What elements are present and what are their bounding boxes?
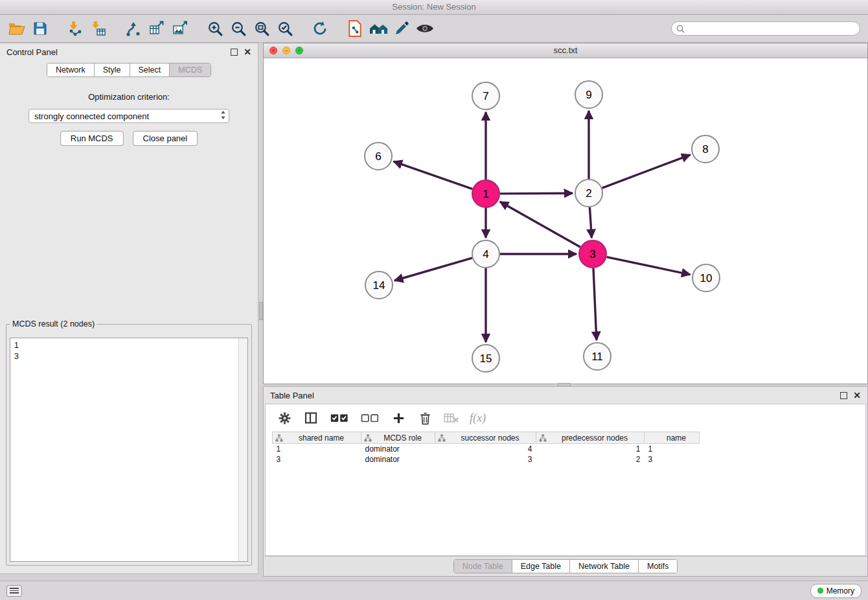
deselect-all-columns-icon[interactable] <box>360 410 380 426</box>
create-column-plus-icon[interactable] <box>390 410 407 426</box>
tab-edge-table[interactable]: Edge Table <box>512 560 570 573</box>
export-image-icon[interactable] <box>168 17 192 40</box>
search-box[interactable] <box>671 21 860 36</box>
network-edge-2-8[interactable] <box>602 155 691 188</box>
result-scrollbar[interactable] <box>238 338 247 561</box>
tab-motifs[interactable]: Motifs <box>639 560 677 573</box>
network-edge-1-6[interactable] <box>394 161 473 189</box>
close-panel-icon[interactable]: ✕ <box>244 47 251 56</box>
show-column-panel-icon[interactable] <box>303 410 319 426</box>
table-row[interactable]: 1 dominator 4 1 1 <box>273 444 860 455</box>
zoom-in-icon[interactable] <box>203 17 227 40</box>
cell-mcds-role[interactable]: dominator <box>361 444 435 455</box>
close-window-icon[interactable]: × <box>269 47 277 54</box>
table-panel-header: Table Panel ✕ <box>264 387 867 404</box>
import-table-icon[interactable] <box>87 17 110 40</box>
close-panel-icon[interactable]: ✕ <box>853 391 861 400</box>
mcds-result-list[interactable]: 1 3 <box>10 338 238 561</box>
panel-splitter-horizontal[interactable] <box>263 384 868 386</box>
tab-network-table[interactable]: Network Table <box>570 560 639 573</box>
save-session-icon[interactable] <box>29 17 52 40</box>
main-area: Control Panel ✕ Network Style Select MCD… <box>0 43 868 581</box>
network-edge-3-11[interactable] <box>593 268 597 340</box>
close-panel-button[interactable]: Close panel <box>133 131 198 146</box>
open-session-icon[interactable] <box>5 17 29 40</box>
network-edge-1-2[interactable] <box>500 193 573 194</box>
network-node-label: 10 <box>700 272 713 284</box>
tab-style[interactable]: Style <box>95 63 130 76</box>
zoom-fit-icon[interactable] <box>250 17 273 40</box>
cell-shared-name[interactable]: 3 <box>273 454 361 465</box>
panel-splitter-vertical[interactable] <box>258 43 263 574</box>
network-node-4[interactable]: 4 <box>472 240 499 268</box>
network-node-3[interactable]: 3 <box>579 240 606 268</box>
search-input[interactable] <box>688 23 855 34</box>
criterion-dropdown[interactable]: strongly connected component <box>29 109 229 123</box>
select-all-columns-icon[interactable] <box>329 410 350 426</box>
network-node-1[interactable]: 1 <box>472 180 499 207</box>
application-window: Session: New Session <box>0 0 868 600</box>
dropdown-stepper-icon <box>220 110 226 122</box>
import-network-icon[interactable] <box>63 17 87 40</box>
network-canvas[interactable]: 7968124314101511 <box>264 58 867 384</box>
network-window-title: scc.txt <box>554 45 578 55</box>
float-panel-icon[interactable] <box>840 392 847 399</box>
eye-icon[interactable] <box>413 17 437 40</box>
network-node-6[interactable]: 6 <box>365 143 392 170</box>
column-header-mcds-role[interactable]: MCDS role <box>361 432 435 444</box>
network-node-7[interactable]: 7 <box>472 82 499 110</box>
network-node-14[interactable]: 14 <box>365 271 393 299</box>
refresh-icon[interactable] <box>308 17 332 40</box>
column-header-predecessor-nodes[interactable]: predecessor nodes <box>536 432 645 444</box>
table-settings-gear-icon[interactable] <box>276 410 293 426</box>
network-edge-2-3[interactable] <box>589 207 591 238</box>
zoom-selected-icon[interactable] <box>273 17 297 40</box>
memory-label: Memory <box>827 586 854 595</box>
column-type-icon <box>364 434 372 444</box>
optimization-criterion-label: Optimization criterion: <box>0 92 258 102</box>
network-node-9[interactable]: 9 <box>575 81 602 108</box>
float-panel-icon[interactable] <box>231 49 238 56</box>
cell-name[interactable]: 3 <box>645 454 700 465</box>
cell-name[interactable]: 1 <box>645 444 700 455</box>
export-table-icon[interactable] <box>145 17 168 40</box>
zoom-out-icon[interactable] <box>227 17 250 40</box>
cell-mcds-role[interactable]: dominator <box>361 454 435 465</box>
cell-predecessor-nodes[interactable]: 2 <box>536 454 645 465</box>
export-network-icon[interactable] <box>122 17 145 40</box>
mcds-result-item[interactable]: 1 <box>14 340 234 351</box>
maximize-window-icon[interactable]: + <box>295 47 303 54</box>
memory-button[interactable]: Memory <box>810 584 862 598</box>
mcds-result-item[interactable]: 3 <box>14 351 234 362</box>
network-edge-3-10[interactable] <box>607 257 691 275</box>
network-node-11[interactable]: 11 <box>584 343 611 370</box>
cell-predecessor-nodes[interactable]: 1 <box>536 444 645 455</box>
cell-shared-name[interactable]: 1 <box>273 444 361 455</box>
minimize-window-icon[interactable]: − <box>282 47 290 54</box>
delete-column-trash-icon[interactable] <box>417 410 433 426</box>
table-panel-title: Table Panel <box>270 391 314 400</box>
network-edge-4-14[interactable] <box>394 258 472 281</box>
column-header-shared-name[interactable]: shared name <box>273 432 361 444</box>
network-edge-3-1[interactable] <box>500 202 580 247</box>
column-header-name[interactable]: name <box>645 432 700 444</box>
network-node-2[interactable]: 2 <box>575 179 602 207</box>
network-node-8[interactable]: 8 <box>692 135 719 163</box>
column-header-successor-nodes[interactable]: successor nodes <box>435 432 536 444</box>
table-row[interactable]: 3 dominator 3 2 3 <box>273 454 860 465</box>
brush-icon[interactable] <box>390 17 413 40</box>
cell-successor-nodes[interactable]: 3 <box>435 454 536 465</box>
network-node-10[interactable]: 10 <box>692 264 720 292</box>
tab-network[interactable]: Network <box>47 63 95 76</box>
tab-mcds[interactable]: MCDS <box>170 63 211 76</box>
network-document-icon[interactable] <box>343 17 367 40</box>
houses-icon[interactable] <box>367 17 390 40</box>
run-mcds-button[interactable]: Run MCDS <box>60 131 124 146</box>
network-node-15[interactable]: 15 <box>472 345 499 372</box>
task-history-icon[interactable] <box>6 585 22 597</box>
table-toolbar: f(x) <box>266 404 865 432</box>
tab-node-table[interactable]: Node Table <box>454 560 512 573</box>
cell-successor-nodes[interactable]: 4 <box>435 444 536 455</box>
network-node-label: 1 <box>483 188 488 200</box>
tab-select[interactable]: Select <box>130 63 170 76</box>
